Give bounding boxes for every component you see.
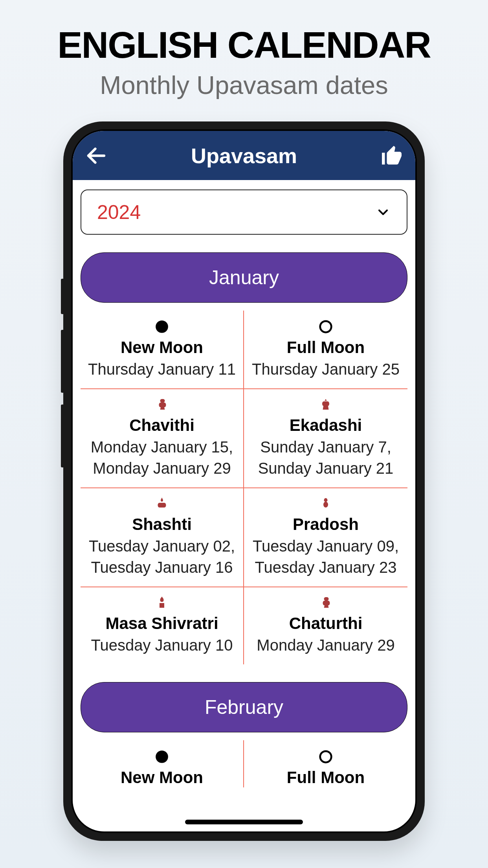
deity-icon bbox=[155, 398, 169, 412]
event-name: Shashti bbox=[132, 515, 192, 534]
event-dates: Monday January 29 bbox=[257, 634, 394, 656]
deity-icon bbox=[319, 497, 333, 511]
svg-point-3 bbox=[156, 750, 168, 763]
home-indicator bbox=[185, 820, 303, 824]
event-cell: New Moon Thursday January 11 bbox=[81, 311, 244, 389]
month-header-february[interactable]: February bbox=[81, 682, 407, 732]
event-dates: Tuesday January 02, Tuesday January 16 bbox=[89, 535, 235, 578]
promo-title: ENGLISH CALENDAR bbox=[57, 24, 431, 66]
event-dates: Tuesday January 09, Tuesday January 23 bbox=[253, 535, 399, 578]
event-dates: Sunday January 7, Sunday January 21 bbox=[258, 436, 394, 479]
event-name: New Moon bbox=[121, 338, 203, 357]
event-dates: Thursday January 25 bbox=[252, 359, 400, 380]
event-cell: Shashti Tuesday January 02, Tuesday Janu… bbox=[81, 488, 244, 587]
event-name: Masa Shivratri bbox=[105, 614, 218, 633]
phone-frame: Upavasam 2024 January bbox=[63, 121, 425, 841]
event-dates: Tuesday January 10 bbox=[91, 634, 233, 656]
deity-icon bbox=[319, 596, 333, 610]
event-name: Full Moon bbox=[287, 338, 365, 357]
new-moon-icon bbox=[154, 749, 169, 764]
svg-point-1 bbox=[156, 320, 168, 333]
event-cell: Full Moon Thursday January 25 bbox=[244, 311, 407, 389]
event-cell: Full Moon bbox=[244, 740, 407, 787]
svg-point-4 bbox=[320, 751, 332, 763]
new-moon-icon bbox=[154, 319, 169, 334]
event-cell: Ekadashi Sunday January 7, Sunday Januar… bbox=[244, 389, 407, 488]
full-moon-icon bbox=[318, 319, 333, 334]
event-name: Chaturthi bbox=[289, 614, 363, 633]
event-cell: New Moon bbox=[81, 740, 244, 787]
year-value: 2024 bbox=[97, 201, 141, 224]
app-header: Upavasam bbox=[73, 131, 415, 180]
month-header-january[interactable]: January bbox=[81, 252, 407, 303]
event-cell: Masa Shivratri Tuesday January 10 bbox=[81, 587, 244, 664]
promo-subtitle: Monthly Upavasam dates bbox=[100, 70, 388, 100]
full-moon-icon bbox=[318, 749, 333, 764]
event-cell: Pradosh Tuesday January 09, Tuesday Janu… bbox=[244, 488, 407, 587]
event-dates: Thursday January 11 bbox=[88, 359, 236, 380]
like-button[interactable] bbox=[380, 144, 404, 167]
event-name: Ekadashi bbox=[290, 416, 362, 435]
event-name: Pradosh bbox=[293, 515, 359, 534]
event-name: Full Moon bbox=[287, 768, 365, 787]
event-grid-february: New Moon Full Moon bbox=[81, 740, 407, 787]
event-grid-january: New Moon Thursday January 11 Full Moon T… bbox=[81, 311, 407, 664]
chevron-down-icon bbox=[375, 204, 391, 220]
phone-side-button bbox=[61, 330, 64, 393]
event-cell: Chavithi Monday January 15, Monday Janua… bbox=[81, 389, 244, 488]
event-cell: Chaturthi Monday January 29 bbox=[244, 587, 407, 664]
deity-icon bbox=[155, 596, 169, 610]
content-area: 2024 January New Moon Thursday January 1… bbox=[73, 180, 415, 831]
back-button[interactable] bbox=[84, 144, 108, 167]
deity-icon bbox=[155, 497, 169, 511]
screen-title: Upavasam bbox=[191, 143, 297, 168]
phone-side-button bbox=[61, 279, 64, 314]
event-dates: Monday January 15, Monday January 29 bbox=[91, 436, 233, 479]
phone-side-button bbox=[61, 405, 64, 467]
year-dropdown[interactable]: 2024 bbox=[81, 189, 407, 235]
event-name: New Moon bbox=[121, 768, 203, 787]
deity-icon bbox=[319, 398, 333, 412]
svg-point-2 bbox=[320, 321, 332, 333]
event-name: Chavithi bbox=[129, 416, 194, 435]
